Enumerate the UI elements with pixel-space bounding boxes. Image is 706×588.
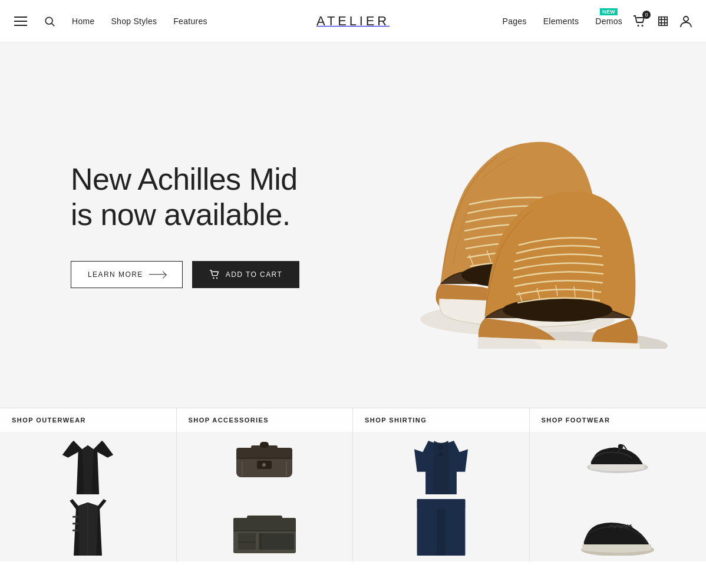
hero-title-line1: New Achilles Mid: [71, 162, 298, 196]
shoes-bottom-image: [579, 517, 656, 556]
search-icon: [44, 15, 55, 27]
svg-rect-35: [260, 442, 269, 448]
svg-point-49: [438, 452, 443, 457]
category-outerwear[interactable]: SHOP OUTERWEAR: [0, 408, 177, 561]
svg-line-1: [52, 23, 55, 26]
nav-shop-styles[interactable]: Shop Styles: [111, 16, 157, 26]
category-footwear[interactable]: SHOP FOOTWEAR: [530, 408, 707, 561]
nav-elements[interactable]: Elements: [543, 16, 579, 26]
svg-rect-29: [72, 523, 78, 524]
svg-rect-45: [259, 533, 294, 550]
hamburger-menu[interactable]: [14, 16, 27, 26]
svg-point-2: [638, 25, 639, 27]
logo: ATELIER: [316, 14, 390, 28]
hero-buttons: LEARN MORE ADD TO CART: [71, 261, 305, 288]
account-icon: [680, 15, 692, 28]
coat-bottom-image: [60, 499, 116, 556]
svg-point-48: [438, 445, 443, 450]
hero-section: New Achilles Mid is now available. LEARN…: [0, 42, 706, 408]
header-right: Pages Elements Demos NEW 0: [353, 15, 692, 28]
cart-count: 0: [642, 11, 651, 19]
svg-rect-28: [72, 516, 78, 518]
learn-more-button[interactable]: LEARN MORE: [71, 261, 183, 288]
category-grid: SHOP OUTERWEAR SHOP ACCESSORIES: [0, 408, 706, 561]
hero-content: New Achilles Mid is now available. LEARN…: [0, 115, 352, 335]
svg-rect-32: [236, 448, 292, 458]
shoes-top-image: [585, 441, 650, 473]
wishlist-icon: [656, 15, 669, 27]
footwear-label: SHOP FOOTWEAR: [530, 408, 707, 432]
hero-shoe-image: [376, 101, 682, 349]
shirt-bottom-image: [413, 499, 469, 556]
header-left: Home Shop Styles Features: [14, 15, 353, 27]
arrow-right-icon: [149, 272, 166, 277]
svg-point-3: [642, 25, 644, 27]
bag-bottom-image: [232, 516, 297, 556]
svg-rect-41: [233, 518, 296, 531]
add-to-cart-label: ADD TO CART: [226, 270, 283, 279]
svg-rect-46: [260, 533, 262, 550]
demos-label-text: Demos: [595, 16, 622, 26]
nav-features[interactable]: Features: [173, 16, 207, 26]
hero-title-line2: is now available.: [71, 197, 291, 232]
search-button[interactable]: [44, 15, 55, 27]
account-button[interactable]: [680, 15, 692, 28]
logo-link[interactable]: ATELIER: [316, 17, 390, 27]
shirting-label: SHOP SHIRTING: [353, 408, 529, 432]
learn-more-label: LEARN MORE: [88, 270, 143, 279]
nav-left: Home Shop Styles Features: [72, 16, 207, 26]
category-shirting[interactable]: SHOP SHIRTING: [353, 408, 530, 561]
accessories-label: SHOP ACCESSORIES: [177, 408, 353, 432]
cart-icon-btn: [209, 270, 220, 279]
svg-point-21: [503, 298, 612, 322]
nav-home[interactable]: Home: [72, 16, 94, 26]
svg-point-54: [618, 444, 623, 449]
svg-rect-4: [659, 16, 668, 25]
svg-point-11: [216, 278, 217, 279]
category-accessories[interactable]: SHOP ACCESSORIES: [177, 408, 354, 561]
hero-title: New Achilles Mid is now available.: [71, 162, 305, 233]
svg-point-10: [213, 278, 214, 279]
header-center: ATELIER: [316, 14, 390, 29]
svg-point-0: [45, 17, 52, 24]
outerwear-label: SHOP OUTERWEAR: [0, 408, 176, 432]
hero-image-area: [352, 78, 706, 372]
bag-top-image: [233, 441, 295, 481]
cart-button[interactable]: 0: [633, 15, 646, 27]
shirt-top-image: [413, 441, 469, 494]
new-badge: NEW: [600, 8, 618, 15]
svg-point-39: [262, 463, 266, 467]
svg-rect-43: [247, 516, 282, 519]
nav-pages[interactable]: Pages: [503, 16, 527, 26]
svg-rect-30: [72, 530, 78, 531]
svg-point-9: [684, 16, 688, 21]
coat-top-image: [61, 441, 114, 494]
nav-demos[interactable]: Demos NEW: [595, 16, 622, 26]
header: Home Shop Styles Features ATELIER Pages …: [0, 0, 706, 42]
add-to-cart-button[interactable]: ADD TO CART: [192, 261, 300, 288]
wishlist-button[interactable]: [656, 15, 669, 27]
nav-right: Pages Elements Demos NEW: [503, 16, 622, 26]
svg-rect-44: [238, 533, 256, 550]
